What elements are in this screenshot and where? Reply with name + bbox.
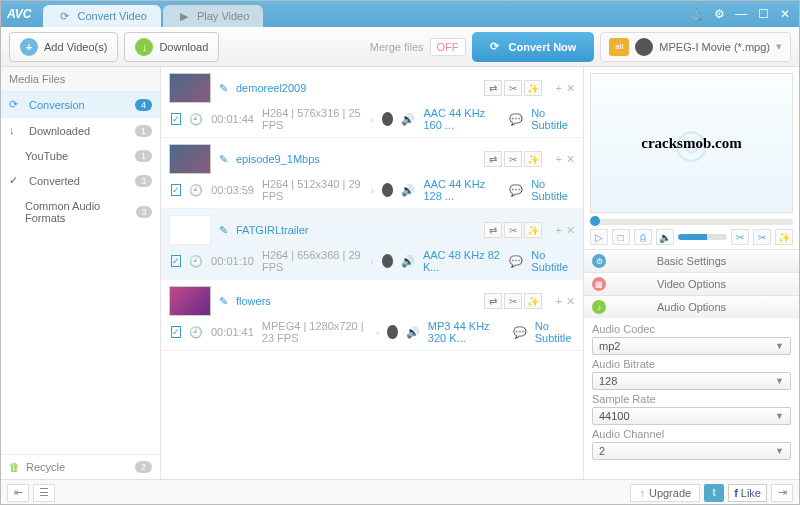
- trim-end-button[interactable]: ✂: [753, 229, 771, 245]
- play-button[interactable]: ▷: [590, 229, 608, 245]
- file-row[interactable]: ✎demoreel2009⇄✂✨+✕✓🕘00:01:44H264 | 576x3…: [161, 67, 583, 138]
- globe-icon[interactable]: [387, 325, 397, 339]
- file-list: ✎demoreel2009⇄✂✨+✕✓🕘00:01:44H264 | 576x3…: [161, 67, 584, 479]
- file-subtitle-info[interactable]: No Subtitle: [535, 320, 575, 344]
- sidebar-item-converted[interactable]: ✓ Converted 3: [1, 168, 160, 194]
- globe-icon[interactable]: [382, 254, 393, 268]
- file-checkbox[interactable]: ✓: [171, 326, 181, 338]
- cut-button[interactable]: ✂: [504, 293, 522, 309]
- file-audio-info[interactable]: AAC 44 KHz 160 ...: [423, 107, 501, 131]
- video-thumbnail: [169, 144, 211, 174]
- file-subtitle-info[interactable]: No Subtitle: [531, 178, 575, 202]
- merge-files-control: Merge files OFF: [370, 38, 466, 56]
- edit-icon[interactable]: ✎: [219, 82, 228, 95]
- edit-icon[interactable]: ✎: [219, 224, 228, 237]
- file-row[interactable]: ✎flowers⇄✂✨+✕✓🕘00:01:41MPEG4 | 1280x720 …: [161, 280, 583, 351]
- window-controls: ⚓ ⚙ — ☐ ✕: [689, 7, 793, 21]
- effects-button[interactable]: ✨: [524, 80, 542, 96]
- file-checkbox[interactable]: ✓: [171, 184, 181, 196]
- effects-button[interactable]: ✨: [524, 222, 542, 238]
- edit-icon[interactable]: ✎: [219, 153, 228, 166]
- panel-button[interactable]: ☰: [33, 484, 55, 502]
- audio-codec-select[interactable]: mp2▼: [592, 337, 791, 355]
- effects-button[interactable]: ✨: [524, 293, 542, 309]
- gear-icon[interactable]: ⚙: [711, 7, 727, 21]
- file-checkbox[interactable]: ✓: [171, 255, 181, 267]
- edit-icon[interactable]: ✎: [219, 295, 228, 308]
- download-icon: ↓: [135, 38, 153, 56]
- tab-convert-video[interactable]: ⟳ Convert Video: [43, 5, 161, 27]
- repeat-button[interactable]: ⇄: [484, 222, 502, 238]
- close-button[interactable]: ✕: [777, 7, 793, 21]
- minimize-button[interactable]: —: [733, 7, 749, 21]
- collapse-left-button[interactable]: ⇤: [7, 484, 29, 502]
- settings-icon[interactable]: ⚓: [689, 7, 705, 21]
- magic-button[interactable]: ✨: [775, 229, 793, 245]
- remove-item-button[interactable]: ✕: [566, 295, 575, 308]
- sample-rate-select[interactable]: 44100▼: [592, 407, 791, 425]
- add-item-button[interactable]: +: [556, 153, 562, 166]
- add-item-button[interactable]: +: [556, 224, 562, 237]
- video-options-header[interactable]: ▦ Video Options: [584, 272, 799, 295]
- remove-item-button[interactable]: ✕: [566, 224, 575, 237]
- add-item-button[interactable]: +: [556, 295, 562, 308]
- button-label: Download: [159, 41, 208, 53]
- file-subtitle-info[interactable]: No Subtitle: [531, 249, 575, 273]
- globe-icon[interactable]: [382, 183, 393, 197]
- clock-icon: 🕘: [189, 113, 203, 126]
- globe-icon[interactable]: [382, 112, 393, 126]
- stop-button[interactable]: □: [612, 229, 630, 245]
- merge-toggle[interactable]: OFF: [430, 38, 466, 56]
- file-audio-info[interactable]: AAC 44 KHz 128 ...: [423, 178, 501, 202]
- file-video-info: H264 | 576x316 | 25 FPS: [262, 107, 362, 131]
- file-audio-info[interactable]: AAC 48 KHz 82 K...: [423, 249, 501, 273]
- cut-button[interactable]: ✂: [504, 80, 522, 96]
- audio-bitrate-select[interactable]: 128▼: [592, 372, 791, 390]
- subtitle-icon: 💬: [513, 326, 527, 339]
- snapshot-button[interactable]: ⎙: [634, 229, 652, 245]
- repeat-button[interactable]: ⇄: [484, 151, 502, 167]
- audio-channel-select[interactable]: 2▼: [592, 442, 791, 460]
- file-subtitle-info[interactable]: No Subtitle: [531, 107, 575, 131]
- sidebar-item-audio-formats[interactable]: Common Audio Formats 3: [1, 194, 160, 230]
- recycle-bin[interactable]: 🗑 Recycle 2: [1, 454, 160, 479]
- sidebar-item-conversion[interactable]: ⟳ Conversion 4: [1, 92, 160, 118]
- sidebar-item-downloaded[interactable]: ↓ Downloaded 1: [1, 118, 160, 144]
- output-profile-selector[interactable]: all MPEG-I Movie (*.mpg) ▾: [600, 32, 791, 62]
- chevron-right-icon: ›: [376, 326, 380, 338]
- sidebar-item-youtube[interactable]: YouTube 1: [1, 144, 160, 168]
- collapse-right-button[interactable]: ⇥: [771, 484, 793, 502]
- twitter-button[interactable]: t: [704, 484, 724, 502]
- upgrade-button[interactable]: ↑ Upgrade: [630, 484, 700, 502]
- tab-play-video[interactable]: ▶ Play Video: [163, 5, 263, 27]
- file-name: FATGIRLtrailer: [236, 224, 476, 236]
- convert-now-button[interactable]: ⟳ Convert Now: [472, 32, 595, 62]
- basic-settings-header[interactable]: ⚙ Basic Settings: [584, 249, 799, 272]
- download-button[interactable]: ↓ Download: [124, 32, 219, 62]
- tab-label: Convert Video: [77, 10, 147, 22]
- file-row[interactable]: ✎episode9_1Mbps⇄✂✨+✕✓🕘00:03:59H264 | 512…: [161, 138, 583, 209]
- repeat-button[interactable]: ⇄: [484, 80, 502, 96]
- toolbar: + Add Video(s) ↓ Download Merge files OF…: [1, 27, 799, 67]
- repeat-button[interactable]: ⇄: [484, 293, 502, 309]
- volume-slider[interactable]: [678, 234, 728, 240]
- trim-start-button[interactable]: ✂: [731, 229, 749, 245]
- file-audio-info[interactable]: MP3 44 KHz 320 K...: [428, 320, 505, 344]
- playback-scrubber[interactable]: [590, 219, 793, 225]
- maximize-button[interactable]: ☐: [755, 7, 771, 21]
- add-videos-button[interactable]: + Add Video(s): [9, 32, 118, 62]
- add-video-icon: +: [20, 38, 38, 56]
- add-item-button[interactable]: +: [556, 82, 562, 95]
- up-arrow-icon: ↑: [639, 487, 645, 499]
- volume-icon[interactable]: 🔈: [656, 229, 674, 245]
- facebook-like-button[interactable]: fLike: [728, 484, 767, 502]
- remove-item-button[interactable]: ✕: [566, 153, 575, 166]
- effects-button[interactable]: ✨: [524, 151, 542, 167]
- chevron-right-icon: ›: [370, 113, 374, 125]
- file-checkbox[interactable]: ✓: [171, 113, 181, 125]
- audio-options-header[interactable]: ♪ Audio Options: [584, 295, 799, 318]
- cut-button[interactable]: ✂: [504, 151, 522, 167]
- cut-button[interactable]: ✂: [504, 222, 522, 238]
- file-row[interactable]: ✎FATGIRLtrailer⇄✂✨+✕✓🕘00:01:10H264 | 656…: [161, 209, 583, 280]
- remove-item-button[interactable]: ✕: [566, 82, 575, 95]
